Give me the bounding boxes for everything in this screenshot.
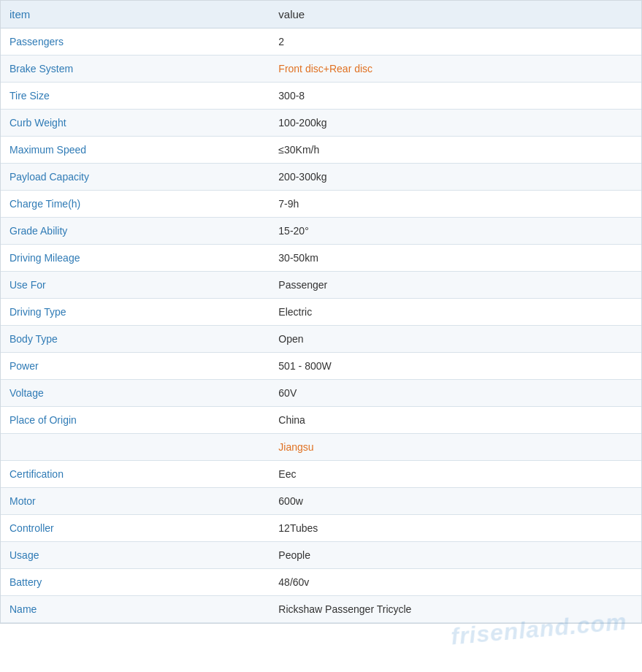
table-row: Power501 - 800W (1, 353, 641, 380)
row-item-value: 600w (270, 488, 641, 515)
table-row: Body TypeOpen (1, 326, 641, 353)
table-row: Motor600w (1, 488, 641, 515)
row-item-label: Tire Size (1, 83, 270, 110)
row-item-value: 48/60v (270, 569, 641, 596)
row-item-value: 501 - 800W (270, 353, 641, 380)
row-item-value: Open (270, 326, 641, 353)
table-row: Voltage60V (1, 380, 641, 407)
table-row: Grade Ability15-20° (1, 218, 641, 245)
table-header-row: item value (1, 1, 641, 28)
table-row: Driving Mileage30-50km (1, 245, 641, 272)
row-item-value: 200-300kg (270, 164, 641, 191)
row-item-value: Jiangsu (270, 434, 641, 461)
row-item-label: Place of Origin (1, 407, 270, 434)
row-item-value: 100-200kg (270, 110, 641, 137)
row-item-value: Rickshaw Passenger Tricycle (270, 596, 641, 623)
row-item-label: Motor (1, 488, 270, 515)
row-item-label: Power (1, 353, 270, 380)
table-row: CertificationEec (1, 461, 641, 488)
spec-table: item value Passengers2Brake SystemFront … (0, 0, 642, 624)
row-item-value: 30-50km (270, 245, 641, 272)
table-row: Controller12Tubes (1, 515, 641, 542)
row-item-label: Voltage (1, 380, 270, 407)
row-item-label: Use For (1, 272, 270, 299)
table-row: Maximum Speed≤30Km/h (1, 137, 641, 164)
row-item-label: Usage (1, 542, 270, 569)
table-row: Passengers2 (1, 28, 641, 56)
row-item-label: Grade Ability (1, 218, 270, 245)
row-item-label: Driving Mileage (1, 245, 270, 272)
row-item-value: Electric (270, 299, 641, 326)
row-item-value: People (270, 542, 641, 569)
row-item-label: Certification (1, 461, 270, 488)
row-item-value: China (270, 407, 641, 434)
row-item-value: Eec (270, 461, 641, 488)
header-value: value (270, 1, 641, 28)
row-item-value: 15-20° (270, 218, 641, 245)
row-item-value: 60V (270, 380, 641, 407)
table-row: Jiangsu (1, 434, 641, 461)
row-item-value: 7-9h (270, 191, 641, 218)
table-row: Place of OriginChina (1, 407, 641, 434)
row-item-label: Passengers (1, 28, 270, 56)
row-item-label: Curb Weight (1, 110, 270, 137)
table-row: Charge Time(h)7-9h (1, 191, 641, 218)
row-item-label: Maximum Speed (1, 137, 270, 164)
header-item: item (1, 1, 270, 28)
row-item-value: ≤30Km/h (270, 137, 641, 164)
table-row: NameRickshaw Passenger Tricycle (1, 596, 641, 623)
table-row: Curb Weight100-200kg (1, 110, 641, 137)
row-item-label: Payload Capacity (1, 164, 270, 191)
row-item-label: Controller (1, 515, 270, 542)
row-item-value: Passenger (270, 272, 641, 299)
table-row: Use ForPassenger (1, 272, 641, 299)
row-item-label: Body Type (1, 326, 270, 353)
table-row: UsagePeople (1, 542, 641, 569)
table-row: Tire Size300-8 (1, 83, 641, 110)
row-item-label: Charge Time(h) (1, 191, 270, 218)
row-item-label: Battery (1, 569, 270, 596)
table-row: Driving TypeElectric (1, 299, 641, 326)
row-item-label (1, 434, 270, 461)
table-row: Brake SystemFront disc+Rear disc (1, 56, 641, 83)
row-item-label: Name (1, 596, 270, 623)
table-row: Battery48/60v (1, 569, 641, 596)
row-item-label: Driving Type (1, 299, 270, 326)
row-item-value: 2 (270, 28, 641, 56)
row-item-value: 12Tubes (270, 515, 641, 542)
row-item-value: 300-8 (270, 83, 641, 110)
row-item-label: Brake System (1, 56, 270, 83)
table-row: Payload Capacity200-300kg (1, 164, 641, 191)
row-item-value: Front disc+Rear disc (270, 56, 641, 83)
